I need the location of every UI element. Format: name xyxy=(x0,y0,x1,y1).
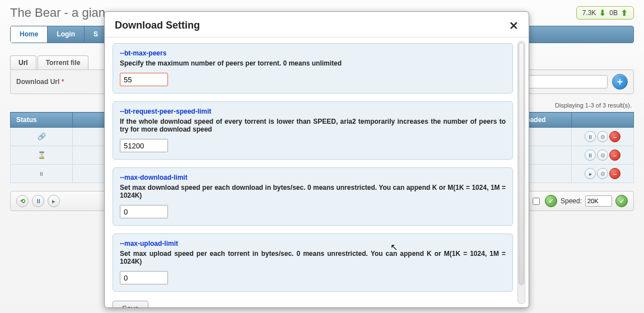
status-cell xyxy=(11,146,73,165)
hourglass-icon xyxy=(38,151,46,159)
remove-button[interactable]: – xyxy=(609,168,620,179)
nav-tab-login[interactable]: Login xyxy=(48,26,85,43)
download-setting-modal: Download Setting ✕ --bt-max-peersSpecify… xyxy=(104,11,529,308)
speed-limit-checkbox[interactable] xyxy=(533,198,540,205)
upload-arrow-icon: ⬆ xyxy=(621,9,628,17)
download-arrow-icon: ⬇ xyxy=(599,9,606,17)
modal-title: Download Setting xyxy=(115,20,200,31)
setting-description: If the whole download speed of every tor… xyxy=(120,118,506,133)
settings-button[interactable]: ⚙ xyxy=(597,150,608,161)
resume-button[interactable]: ▸ xyxy=(585,168,596,179)
download-url-label: Download Url xyxy=(16,78,59,86)
setting-description: Set max upload speed per each torrent in… xyxy=(120,250,506,265)
setting-key: --max-upload-limit xyxy=(120,240,506,247)
resume-all-button[interactable]: ▸ xyxy=(48,195,60,207)
global-speed-indicator: 7.3K ⬇ 0B ⬆ xyxy=(576,6,634,20)
required-marker: * xyxy=(62,78,64,86)
setting-input[interactable] xyxy=(120,271,168,284)
setting-description: Set max download speed per each download… xyxy=(120,184,506,199)
apply-check-button-2[interactable]: ✔ xyxy=(615,195,628,207)
upload-speed-value: 0B xyxy=(609,9,618,17)
setting-bt-request-peer-speed-limit: --bt-request-peer-speed-limitIf the whol… xyxy=(113,101,513,160)
setting-max-upload-limit: --max-upload-limitSet max upload speed p… xyxy=(113,233,513,292)
add-download-button[interactable]: + xyxy=(612,74,628,90)
pause-button[interactable]: ⏸ xyxy=(585,131,596,142)
setting-key: --bt-request-peer-speed-limit xyxy=(120,108,506,115)
modal-scrollbar[interactable] xyxy=(517,41,525,304)
actions-cell: ⏸⚙– xyxy=(572,146,634,165)
refresh-icon: ⟲ xyxy=(20,198,25,205)
status-cell xyxy=(11,165,73,183)
setting-bt-max-peers: --bt-max-peersSpecify the maximum number… xyxy=(113,43,513,94)
setting-input[interactable] xyxy=(120,73,168,86)
settings-button[interactable]: ⚙ xyxy=(597,131,608,142)
setting-key: --max-download-limit xyxy=(120,174,506,181)
col-status[interactable]: Status xyxy=(11,113,73,128)
status-cell xyxy=(11,128,73,146)
speed-limit-input[interactable] xyxy=(585,195,612,207)
save-button[interactable]: Save xyxy=(113,301,148,307)
setting-description: Specify the maximum number of peers per … xyxy=(120,59,506,67)
modal-close-button[interactable]: ✕ xyxy=(509,20,519,31)
apply-check-button-1[interactable]: ✔ xyxy=(545,195,557,207)
nav-tab-home[interactable]: Home xyxy=(11,26,48,43)
subtab-torrent-file[interactable]: Torrent file xyxy=(38,55,89,69)
refresh-button[interactable]: ⟲ xyxy=(16,195,29,207)
setting-input[interactable] xyxy=(120,139,168,152)
remove-button[interactable]: – xyxy=(609,131,620,142)
page-title: The Bear - a gian xyxy=(10,6,105,20)
scrollbar-thumb[interactable] xyxy=(519,43,524,285)
actions-cell: ▸⚙– xyxy=(572,165,634,183)
col-actions xyxy=(572,113,634,128)
remove-button[interactable]: – xyxy=(609,150,620,161)
download-speed-value: 7.3K xyxy=(582,9,596,17)
setting-max-download-limit: --max-download-limitSet max download spe… xyxy=(113,167,513,226)
speed-label: Speed: xyxy=(561,197,582,205)
setting-input[interactable] xyxy=(120,205,168,218)
settings-button[interactable]: ⚙ xyxy=(597,168,608,179)
actions-cell: ⏸⚙– xyxy=(572,128,634,146)
setting-key: --bt-max-peers xyxy=(120,49,506,57)
pause-all-button[interactable]: ⏸ xyxy=(32,195,44,207)
pause-button[interactable]: ⏸ xyxy=(585,150,596,161)
paused-icon xyxy=(39,170,44,177)
link-icon xyxy=(38,133,46,141)
subtab-url[interactable]: Url xyxy=(10,55,36,69)
